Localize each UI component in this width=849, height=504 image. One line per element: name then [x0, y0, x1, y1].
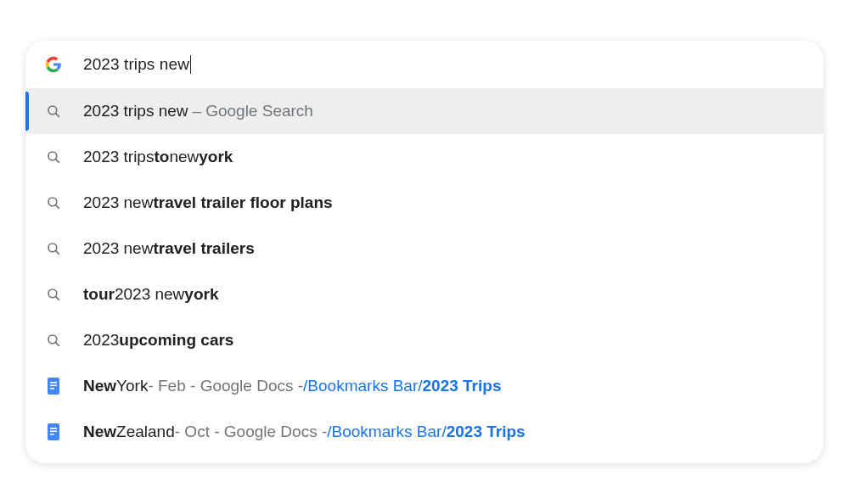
text-part: New: [83, 377, 116, 395]
text-part: New: [83, 423, 116, 441]
search-icon: [44, 195, 63, 210]
suggestion-row[interactable]: New York - Feb - Google Docs - /Bookmark…: [25, 363, 824, 409]
text-part: upcoming cars: [119, 331, 233, 350]
text-part: - Feb - Google Docs -: [148, 377, 303, 395]
suggestion-text: 2023 new travel trailer floor plans: [83, 193, 333, 212]
suggestion-text: New Zealand - Oct - Google Docs - /Bookm…: [83, 423, 526, 441]
search-icon: [44, 333, 63, 348]
search-icon: [44, 104, 63, 119]
text-cursor: [190, 55, 191, 74]
text-part: –: [193, 102, 202, 120]
text-part: Zealand: [116, 423, 175, 441]
search-icon: [44, 241, 63, 256]
text-part: 2023 trips new: [83, 102, 188, 120]
text-part: Google Search: [205, 102, 313, 120]
text-part: york: [184, 285, 218, 304]
suggestion-text: 2023 trips to new york: [83, 148, 233, 166]
text-part: /Bookmarks Bar/: [303, 377, 422, 395]
text-part: tour: [83, 285, 115, 304]
text-part: 2023 Trips: [447, 423, 526, 441]
svg-line-7: [55, 250, 59, 254]
search-input[interactable]: 2023 trips new: [83, 55, 807, 74]
docs-icon: [44, 423, 63, 441]
svg-line-5: [55, 204, 59, 208]
text-part: 2023 trips: [83, 148, 154, 166]
svg-rect-13: [50, 382, 57, 384]
text-part: new: [169, 148, 199, 166]
svg-rect-19: [50, 434, 54, 435]
svg-rect-18: [50, 431, 57, 433]
text-part: - Oct - Google Docs -: [175, 423, 328, 441]
suggestion-text: 2023 trips new – Google Search: [83, 102, 313, 120]
text-part: 2023 new: [115, 285, 184, 304]
text-part: travel trailer floor plans: [153, 193, 332, 212]
omnibox-dropdown: 2023 trips new 2023 trips new – Google S…: [25, 41, 824, 463]
search-icon: [44, 149, 63, 165]
text-part: /Bookmarks Bar/: [327, 423, 446, 441]
google-logo-icon: [44, 55, 63, 74]
svg-line-9: [55, 296, 59, 300]
svg-rect-15: [50, 388, 54, 389]
text-part: 2023 Trips: [423, 377, 502, 395]
suggestion-text: New York - Feb - Google Docs - /Bookmark…: [83, 377, 501, 395]
suggestion-text: tour 2023 new york: [83, 285, 218, 304]
svg-rect-14: [50, 385, 57, 387]
suggestion-row[interactable]: 2023 trips new – Google Search: [25, 88, 824, 134]
suggestion-row[interactable]: 2023 trips to new york: [25, 134, 824, 180]
text-part: York: [116, 377, 148, 395]
suggestions-list: 2023 trips new – Google Search2023 trips…: [25, 88, 824, 455]
suggestion-text: 2023 upcoming cars: [83, 331, 233, 350]
text-part: 2023 new: [83, 193, 153, 212]
svg-line-11: [55, 342, 59, 345]
text-part: 2023: [83, 331, 119, 350]
text-part: to: [154, 148, 169, 166]
svg-rect-17: [50, 428, 57, 429]
suggestion-row[interactable]: New Zealand - Oct - Google Docs - /Bookm…: [25, 409, 824, 455]
docs-icon: [44, 377, 63, 395]
suggestion-row[interactable]: 2023 upcoming cars: [25, 317, 824, 363]
svg-line-3: [55, 159, 59, 162]
text-part: travel trailers: [153, 239, 254, 258]
suggestion-row[interactable]: 2023 new travel trailer floor plans: [25, 180, 824, 226]
search-row[interactable]: 2023 trips new: [25, 41, 824, 88]
suggestion-text: 2023 new travel trailers: [83, 239, 255, 258]
text-part: 2023 new: [83, 239, 153, 258]
svg-line-1: [55, 113, 59, 116]
search-query-text: 2023 trips new: [83, 55, 189, 74]
suggestion-row[interactable]: 2023 new travel trailers: [25, 226, 824, 272]
text-part: york: [199, 148, 233, 166]
search-icon: [44, 287, 63, 302]
suggestion-row[interactable]: tour 2023 new york: [25, 272, 824, 317]
